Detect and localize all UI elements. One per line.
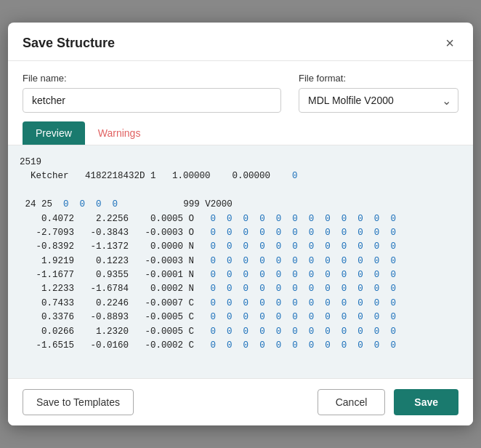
file-format-group: File format: MDL Molfile V2000 MDL Molfi… [299,73,458,113]
cancel-button[interactable]: Cancel [318,389,386,415]
file-name-input[interactable] [23,88,281,113]
preview-text: 2519 Ketcher 4182218432D 1 1.00000 0.000… [20,157,396,351]
dialog-title: Save Structure [23,36,115,51]
form-row: File name: File format: MDL Molfile V200… [8,61,473,121]
close-button[interactable]: × [441,34,458,52]
file-name-label: File name: [23,73,281,84]
file-format-wrapper: MDL Molfile V2000 MDL Molfile V3000 SDF … [299,88,458,113]
preview-content: 2519 Ketcher 4182218432D 1 1.00000 0.000… [8,145,473,378]
file-format-select[interactable]: MDL Molfile V2000 MDL Molfile V3000 SDF … [299,88,458,113]
save-button[interactable]: Save [394,389,458,415]
tab-preview[interactable]: Preview [23,121,85,145]
footer-right-actions: Cancel Save [318,389,458,415]
file-name-group: File name: [23,73,281,113]
save-structure-dialog: Save Structure × File name: File format:… [8,23,473,425]
tab-warnings[interactable]: Warnings [85,121,154,145]
file-format-label: File format: [299,73,458,84]
tabs-row: Preview Warnings [8,121,473,145]
save-to-templates-button[interactable]: Save to Templates [23,389,134,415]
dialog-header: Save Structure × [8,23,473,61]
dialog-footer: Save to Templates Cancel Save [8,378,473,425]
